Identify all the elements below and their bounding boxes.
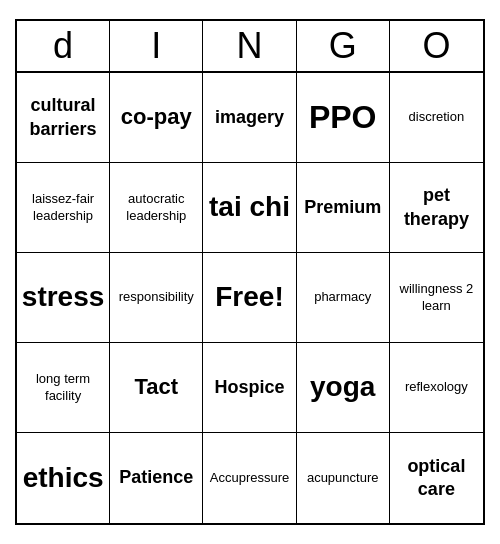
cell-text: Accupressure xyxy=(210,470,289,487)
bingo-cell: cultural barriers xyxy=(17,73,110,163)
bingo-cell: acupuncture xyxy=(297,433,390,523)
cell-text: optical care xyxy=(394,455,479,502)
header-letter: G xyxy=(297,21,390,71)
bingo-cell: reflexology xyxy=(390,343,483,433)
bingo-cell: long term facility xyxy=(17,343,110,433)
cell-text: Hospice xyxy=(214,376,284,399)
cell-text: pet therapy xyxy=(394,184,479,231)
cell-text: yoga xyxy=(310,369,375,405)
cell-text: discretion xyxy=(409,109,465,126)
header-letter: N xyxy=(203,21,296,71)
cell-text: pharmacy xyxy=(314,289,371,306)
bingo-cell: autocratic leadership xyxy=(110,163,203,253)
bingo-cell: responsibility xyxy=(110,253,203,343)
bingo-cell: laissez-fair leadership xyxy=(17,163,110,253)
cell-text: PPO xyxy=(309,97,377,139)
cell-text: cultural barriers xyxy=(21,94,105,141)
header-letter: I xyxy=(110,21,203,71)
bingo-cell: PPO xyxy=(297,73,390,163)
bingo-cell: Tact xyxy=(110,343,203,433)
cell-text: willingness 2 learn xyxy=(394,281,479,315)
bingo-cell: stress xyxy=(17,253,110,343)
header-letter: O xyxy=(390,21,483,71)
cell-text: Free! xyxy=(215,279,283,315)
bingo-cell: optical care xyxy=(390,433,483,523)
bingo-cell: pharmacy xyxy=(297,253,390,343)
cell-text: co-pay xyxy=(121,103,192,132)
cell-text: responsibility xyxy=(119,289,194,306)
bingo-cell: Accupressure xyxy=(203,433,296,523)
bingo-header: dINGO xyxy=(17,21,483,73)
bingo-card: dINGO cultural barriersco-payimageryPPOd… xyxy=(15,19,485,525)
bingo-cell: Hospice xyxy=(203,343,296,433)
cell-text: laissez-fair leadership xyxy=(21,191,105,225)
bingo-cell: imagery xyxy=(203,73,296,163)
bingo-cell: Patience xyxy=(110,433,203,523)
cell-text: autocratic leadership xyxy=(114,191,198,225)
cell-text: Premium xyxy=(304,196,381,219)
bingo-cell: ethics xyxy=(17,433,110,523)
bingo-cell: co-pay xyxy=(110,73,203,163)
bingo-grid: cultural barriersco-payimageryPPOdiscret… xyxy=(17,73,483,523)
cell-text: Tact xyxy=(134,373,178,402)
bingo-cell: pet therapy xyxy=(390,163,483,253)
header-letter: d xyxy=(17,21,110,71)
cell-text: acupuncture xyxy=(307,470,379,487)
bingo-cell: tai chi xyxy=(203,163,296,253)
bingo-cell: yoga xyxy=(297,343,390,433)
bingo-cell: Premium xyxy=(297,163,390,253)
cell-text: long term facility xyxy=(21,371,105,405)
cell-text: imagery xyxy=(215,106,284,129)
cell-text: ethics xyxy=(23,460,104,496)
cell-text: reflexology xyxy=(405,379,468,396)
cell-text: stress xyxy=(22,279,105,315)
cell-text: Patience xyxy=(119,466,193,489)
bingo-cell: Free! xyxy=(203,253,296,343)
bingo-cell: willingness 2 learn xyxy=(390,253,483,343)
cell-text: tai chi xyxy=(209,189,290,225)
bingo-cell: discretion xyxy=(390,73,483,163)
